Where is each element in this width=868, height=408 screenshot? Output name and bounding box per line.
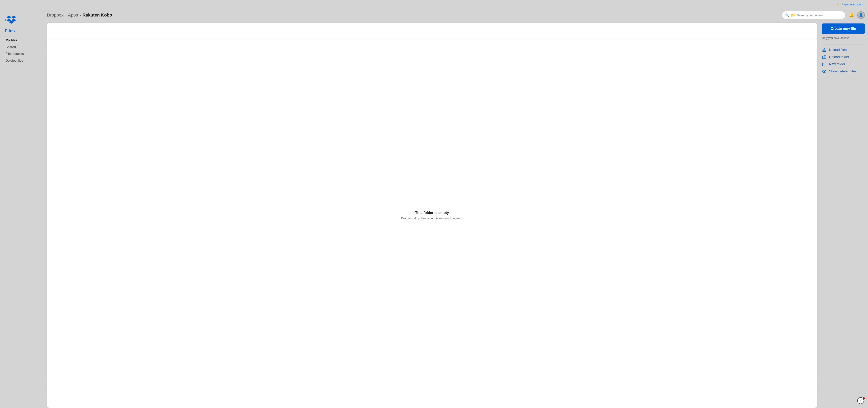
sidebar-item-file-requests[interactable]: File requests [5,51,39,57]
right-panel: Create new file Only you have access [817,23,865,408]
file-list-lower-spacer [47,376,817,392]
breadcrumb-sep-2: › [80,13,81,18]
new-folder-icon [822,62,827,66]
search-input[interactable] [797,13,842,17]
upload-files-label: Upload files [829,48,847,52]
search-magnifier-icon: 🔍 [785,13,789,17]
upgrade-account-link[interactable]: ★ Upgrade account [836,2,863,6]
avatar-initials: 👤 [859,13,863,17]
new-folder-action[interactable]: New folder [822,62,865,66]
star-icon: ★ [836,2,839,6]
main-content: This folder is empty Drag and drop files… [47,23,865,408]
sidebar: ‹ Files My files Shared File requests De… [0,7,44,408]
upgrade-account-label: Upgrade account [841,3,863,6]
main-layout: ‹ Files My files Shared File requests De… [0,7,868,408]
upload-files-action[interactable]: Upload files [822,48,865,52]
red-dot-indicator [863,397,865,399]
search-folder-icon: 📁 [791,13,795,17]
empty-folder-subtitle: Drag and drop files onto this window to … [401,217,463,220]
show-deleted-files-label: Show deleted files [829,69,857,73]
sidebar-nav: My files Shared File requests Deleted fi… [5,37,39,64]
breadcrumb-current: Rakuten Kobo [83,12,112,18]
file-list-bottom-spacer [47,392,817,408]
svg-rect-0 [823,51,826,51]
content-header: Dropbox › Apps › Rakuten Kobo 🔍 📁 🔔 👤 [47,7,865,23]
file-list-area: This folder is empty Drag and drop files… [47,23,817,408]
upload-folder-action[interactable]: Upload folder [822,55,865,59]
content-area: Dropbox › Apps › Rakuten Kobo 🔍 📁 🔔 👤 [44,7,868,408]
user-avatar[interactable]: 👤 [857,11,865,19]
access-info: Only you have access [822,36,865,39]
sidebar-item-my-files[interactable]: My files [5,37,39,43]
new-folder-label: New folder [829,62,845,66]
svg-point-5 [824,71,825,72]
top-bar: ★ Upgrade account [0,0,868,7]
file-list-top-spacer [47,23,817,38]
breadcrumb-dropbox[interactable]: Dropbox [47,12,63,18]
notification-bell-icon[interactable]: 🔔 [849,12,854,18]
search-bar[interactable]: 🔍 📁 [782,11,845,19]
show-deleted-icon [822,69,827,73]
header-icons: 🔔 👤 [849,11,865,19]
breadcrumb: Dropbox › Apps › Rakuten Kobo [47,12,779,18]
upload-folder-icon [822,55,827,59]
sidebar-item-deleted-files[interactable]: Deleted files [5,58,39,64]
breadcrumb-apps[interactable]: Apps [68,12,78,18]
empty-folder-title: This folder is empty [415,211,449,215]
breadcrumb-sep-1: › [65,13,66,18]
upload-files-icon [822,48,827,52]
sidebar-item-shared[interactable]: Shared [5,44,39,50]
sidebar-files-heading: Files [5,28,39,33]
dropbox-logo-icon [6,15,16,25]
empty-folder-area: This folder is empty Drag and drop files… [47,55,817,376]
upload-folder-label: Upload folder [829,55,849,59]
svg-rect-2 [823,51,826,52]
file-list-mid-spacer [47,39,817,55]
dropbox-logo-area: ‹ [5,11,39,28]
sync-status-badge[interactable]: ✓ [857,397,865,405]
show-deleted-files-action[interactable]: Show deleted files [822,69,865,73]
action-list: Upload files Upload folder [822,48,865,73]
bottom-right-area: ✓ [822,397,865,408]
collapse-sidebar-icon[interactable]: ‹ [5,18,6,22]
create-new-file-button[interactable]: Create new file [822,24,865,34]
